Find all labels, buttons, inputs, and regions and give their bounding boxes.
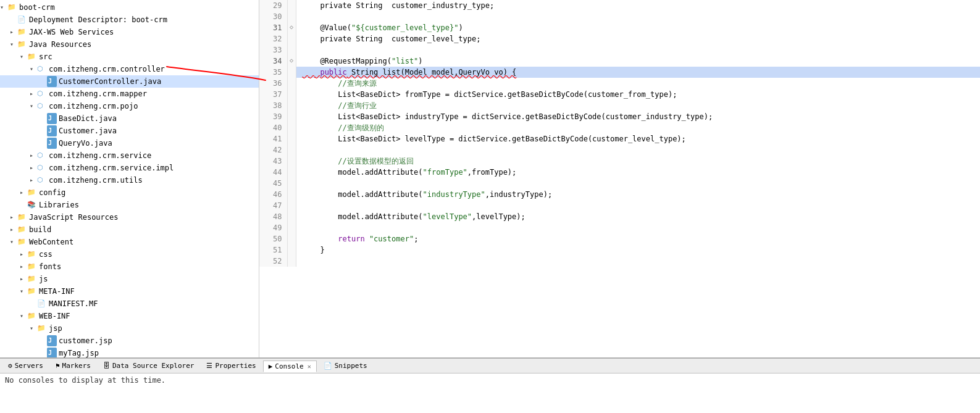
tree-arrow[interactable]: ▸ <box>10 27 17 38</box>
line-content-38[interactable]: //查询行业 <box>296 100 980 111</box>
tree-arrow[interactable]: ▸ <box>20 261 27 272</box>
bottom-tab-servers[interactable]: ⚙Servers <box>2 360 49 372</box>
line-content-45[interactable] <box>296 178 980 189</box>
line-content-50[interactable]: return "customer"; <box>296 233 980 244</box>
tree-arrow[interactable]: ▾ <box>30 101 37 112</box>
tree-item-service-impl-pkg[interactable]: ▸⬡com.itzheng.crm.service.impl <box>0 162 259 174</box>
tree-arrow[interactable]: ▾ <box>20 51 27 62</box>
tab-icon-snippets: 📄 <box>324 362 332 370</box>
tree-item-config[interactable]: ▸📁config <box>0 186 259 199</box>
bottom-tab-data-source-explorer[interactable]: 🗄Data Source Explorer <box>98 360 199 372</box>
line-marker-41 <box>287 133 296 144</box>
line-content-40[interactable]: //查询级别的 <box>296 122 980 133</box>
bottom-tab-console[interactable]: ▶Console✕ <box>263 361 317 372</box>
tree-item-meta-inf[interactable]: ▾📁META-INF <box>0 285 259 298</box>
tree-item-js-resources[interactable]: ▸📁JavaScript Resources <box>0 211 259 223</box>
code-segment: List<BaseDict> fromType = dictService.ge… <box>303 90 677 99</box>
line-content-31[interactable]: @Value("${customer_level_type}") <box>296 22 980 33</box>
code-editor[interactable]: 29 private String customer_industry_type… <box>259 0 980 357</box>
code-line-31: 31◇ @Value("${customer_level_type}") <box>259 22 980 33</box>
tree-label-jsp: jsp <box>49 323 62 334</box>
line-content-47[interactable] <box>296 200 980 211</box>
tree-item-queryvo[interactable]: JQueryVo.java <box>0 137 259 149</box>
tree-item-manifest[interactable]: 📄MANIFEST.MF <box>0 298 259 310</box>
code-segment: model.addAttribute( <box>303 212 423 221</box>
tree-item-customer-jsp[interactable]: Jcustomer.jsp <box>0 335 259 347</box>
line-content-51[interactable]: } <box>296 244 980 256</box>
tree-item-basedict[interactable]: JBaseDict.java <box>0 112 259 125</box>
tree-item-customer-controller[interactable]: JCustomerController.java <box>0 75 259 88</box>
line-content-39[interactable]: List<BaseDict> industryType = dictServic… <box>296 111 980 122</box>
tree-item-mapper-pkg[interactable]: ▸⬡com.itzheng.crm.mapper <box>0 88 259 100</box>
tree-arrow[interactable]: ▸ <box>30 162 37 173</box>
bottom-tab-properties[interactable]: ☰Properties <box>201 360 261 372</box>
tree-arrow[interactable]: ▸ <box>30 88 37 99</box>
line-content-42[interactable] <box>296 144 980 156</box>
line-number-51: 51 <box>259 244 287 256</box>
line-content-33[interactable] <box>296 44 980 56</box>
tree-arrow[interactable]: ▾ <box>30 323 37 334</box>
tree-arrow[interactable]: ▸ <box>30 150 37 161</box>
tab-close-console[interactable]: ✕ <box>308 363 311 370</box>
line-number-36: 36 <box>259 78 287 89</box>
tree-item-java-resources[interactable]: ▾📁Java Resources <box>0 38 259 51</box>
bottom-tab-markers[interactable]: ⚑Markers <box>50 360 96 372</box>
tree-item-js[interactable]: ▸📁js <box>0 273 259 285</box>
tree-item-libraries[interactable]: 📚Libraries <box>0 199 259 211</box>
bottom-tab-snippets[interactable]: 📄Snippets <box>318 360 373 372</box>
tree-arrow[interactable]: ▾ <box>10 39 17 50</box>
tab-label-snippets: Snippets <box>335 362 367 370</box>
line-content-34[interactable]: @RequestMapping("list") <box>296 56 980 67</box>
tree-item-jsp[interactable]: ▾📁jsp <box>0 322 259 335</box>
line-number-30: 30 <box>259 11 287 22</box>
tree-arrow[interactable]: ▾ <box>30 64 37 75</box>
line-content-35[interactable]: public String list(Model model,QueryVo v… <box>296 67 980 78</box>
tree-item-css[interactable]: ▸📁css <box>0 248 259 261</box>
line-content-46[interactable]: model.addAttribute("industryType",indust… <box>296 189 980 200</box>
line-content-52[interactable] <box>296 256 980 267</box>
tree-arrow[interactable]: ▾ <box>0 2 7 13</box>
tree-item-utils-pkg[interactable]: ▸⬡com.itzheng.crm.utils <box>0 174 259 186</box>
tree-item-deployment-descriptor[interactable]: 📄Deployment Descriptor: boot-crm <box>0 14 259 26</box>
tree-arrow[interactable]: ▸ <box>10 224 17 235</box>
tree-arrow[interactable]: ▸ <box>10 212 17 223</box>
tree-label-mytag-jsp: myTag.jsp <box>59 348 99 357</box>
line-content-29[interactable]: private String customer_industry_type; <box>296 0 980 11</box>
tree-item-pojo-pkg[interactable]: ▾⬡com.itzheng.crm.pojo <box>0 100 259 112</box>
line-content-41[interactable]: List<BaseDict> levelType = dictService.g… <box>296 133 980 144</box>
tree-arrow[interactable]: ▾ <box>20 311 27 322</box>
line-content-49[interactable] <box>296 222 980 233</box>
line-marker-35 <box>287 67 296 78</box>
tree-item-customer[interactable]: JCustomer.java <box>0 125 259 137</box>
tree-item-webcontent[interactable]: ▾📁WebContent <box>0 236 259 248</box>
code-line-40: 40 //查询级别的 <box>259 122 980 133</box>
console-message: No consoles to display at this time. <box>5 376 165 385</box>
tab-label-data-source-explorer: Data Source Explorer <box>112 362 194 370</box>
line-content-48[interactable]: model.addAttribute("levelType",levelType… <box>296 211 980 222</box>
tree-item-fonts[interactable]: ▸📁fonts <box>0 261 259 273</box>
line-content-37[interactable]: List<BaseDict> fromType = dictService.ge… <box>296 89 980 100</box>
tree-arrow[interactable]: ▾ <box>10 236 17 248</box>
tree-arrow[interactable]: ▾ <box>20 286 27 297</box>
tree-arrow[interactable]: ▸ <box>30 175 37 186</box>
tree-arrow[interactable]: ▸ <box>20 187 27 198</box>
tree-arrow[interactable]: ▸ <box>20 273 27 285</box>
tree-item-mytag-jsp[interactable]: JmyTag.jsp <box>0 347 259 357</box>
tree-item-controller-pkg[interactable]: ▾⬡com.itzheng.crm.controller <box>0 63 259 75</box>
line-content-30[interactable] <box>296 11 980 22</box>
tree-item-service-pkg[interactable]: ▸⬡com.itzheng.crm.service <box>0 149 259 162</box>
line-content-43[interactable]: //设置数据模型的返回 <box>296 156 980 167</box>
tree-item-boot-crm[interactable]: ▾📁boot-crm <box>0 1 259 14</box>
tree-arrow[interactable]: ▸ <box>20 249 27 260</box>
tree-item-jax-ws[interactable]: ▸📁JAX-WS Web Services <box>0 26 259 38</box>
tree-item-build[interactable]: ▸📁build <box>0 223 259 236</box>
tab-label-console: Console <box>275 362 303 370</box>
line-marker-36 <box>287 78 296 89</box>
file-icon-jsp: 📁 <box>37 323 47 334</box>
tree-item-web-inf[interactable]: ▾📁WEB-INF <box>0 310 259 322</box>
line-content-32[interactable]: private String customer_level_type; <box>296 33 980 44</box>
code-line-37: 37 List<BaseDict> fromType = dictService… <box>259 89 980 100</box>
line-content-36[interactable]: //查询来源 <box>296 78 980 89</box>
line-content-44[interactable]: model.addAttribute("fromType",fromType); <box>296 167 980 178</box>
tree-item-src[interactable]: ▾📁src <box>0 51 259 63</box>
